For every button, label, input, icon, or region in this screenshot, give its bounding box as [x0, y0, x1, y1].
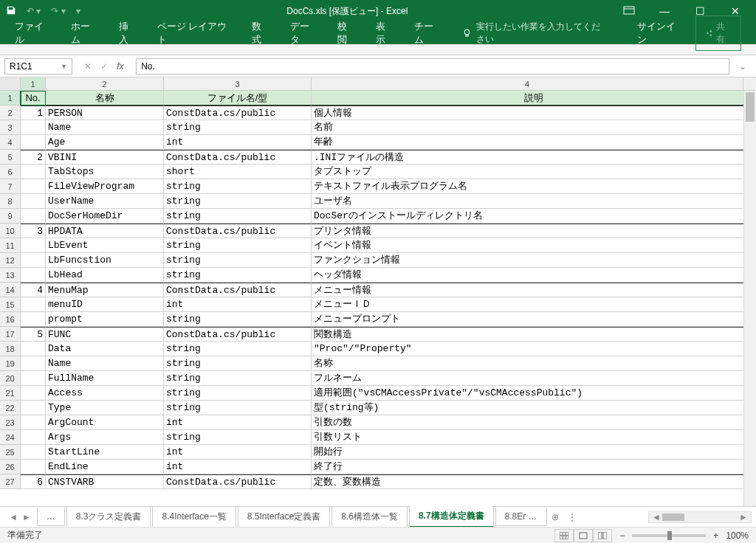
- cell[interactable]: string: [164, 209, 312, 224]
- cell[interactable]: Age: [46, 135, 164, 150]
- cell[interactable]: 4: [21, 283, 46, 297]
- ribbon-tab-data[interactable]: データ: [281, 15, 326, 51]
- row-header[interactable]: 12: [0, 253, 21, 268]
- cell[interactable]: ConstData.cs/public: [164, 224, 312, 238]
- cell[interactable]: [21, 253, 46, 268]
- cell[interactable]: Name: [46, 356, 164, 371]
- sheet-tab[interactable]: 8.5Interface定義書: [238, 507, 330, 528]
- cell[interactable]: [21, 371, 46, 386]
- vertical-scrollbar[interactable]: [743, 91, 756, 506]
- cancel-formula-icon[interactable]: ✕: [84, 61, 92, 72]
- cell[interactable]: Data: [46, 342, 164, 356]
- cell[interactable]: FileViewProgram: [46, 179, 164, 194]
- share-button[interactable]: 共有: [695, 15, 741, 51]
- row-header[interactable]: 20: [0, 371, 21, 386]
- enter-formula-icon[interactable]: ✓: [100, 61, 108, 72]
- formula-input[interactable]: No.: [136, 58, 729, 75]
- cell[interactable]: DocSerのインストールディレクトリ名: [312, 209, 756, 224]
- cell[interactable]: ArgCount: [46, 415, 164, 430]
- zoom-knob[interactable]: [667, 531, 672, 540]
- formula-bar-expand-icon[interactable]: ⌄: [734, 61, 752, 72]
- cell[interactable]: フルネーム: [312, 371, 756, 386]
- cell[interactable]: VBINI: [46, 150, 164, 165]
- cell[interactable]: EndLine: [46, 460, 164, 474]
- cell[interactable]: string: [164, 386, 312, 401]
- scroll-left-icon[interactable]: ◄: [652, 512, 661, 522]
- row-header[interactable]: 11: [0, 238, 21, 253]
- sheet-tab[interactable]: 8.3クラス定義書: [66, 507, 151, 528]
- cell[interactable]: [21, 356, 46, 371]
- zoom-out-icon[interactable]: −: [619, 530, 625, 541]
- cell[interactable]: Access: [46, 386, 164, 401]
- cell[interactable]: Name: [46, 120, 164, 135]
- row-header[interactable]: 13: [0, 268, 21, 283]
- cell[interactable]: TabStops: [46, 165, 164, 179]
- normal-view-icon[interactable]: [554, 529, 574, 542]
- ribbon-tab-team[interactable]: チーム: [405, 15, 450, 51]
- zoom-slider[interactable]: [632, 534, 706, 537]
- cell[interactable]: [21, 445, 46, 460]
- cell[interactable]: ファンクション情報: [312, 253, 756, 268]
- row-header[interactable]: 27: [0, 474, 21, 489]
- scrollbar-thumb[interactable]: [746, 92, 755, 122]
- col-header[interactable]: 4: [312, 77, 743, 90]
- cell[interactable]: prompt: [46, 312, 164, 327]
- row-header[interactable]: 25: [0, 445, 21, 460]
- sheet-tab[interactable]: 8.4Interface一覧: [152, 507, 236, 528]
- row-header[interactable]: 22: [0, 401, 21, 415]
- cell[interactable]: [21, 297, 46, 312]
- cell[interactable]: メニュー情報: [312, 283, 756, 297]
- cell[interactable]: int: [164, 445, 312, 460]
- row-header[interactable]: 9: [0, 209, 21, 224]
- header-cell-desc[interactable]: 説明: [312, 91, 756, 106]
- col-header[interactable]: 2: [46, 77, 164, 90]
- cell[interactable]: [21, 135, 46, 150]
- undo-icon[interactable]: ↶ ▾: [27, 6, 41, 16]
- scrollbar-thumb[interactable]: [662, 513, 684, 521]
- cell[interactable]: string: [164, 356, 312, 371]
- row-header[interactable]: 17: [0, 327, 21, 342]
- cell[interactable]: string: [164, 401, 312, 415]
- cell[interactable]: [21, 430, 46, 445]
- cell[interactable]: CNSTVARB: [46, 474, 164, 489]
- ribbon-tab-pagelayout[interactable]: ページ レイアウト: [148, 15, 240, 51]
- row-header[interactable]: 26: [0, 460, 21, 474]
- cell[interactable]: .INIファイルの構造: [312, 150, 756, 165]
- row-header[interactable]: 5: [0, 150, 21, 165]
- cell[interactable]: "Proc"/"Property": [312, 342, 756, 356]
- cell[interactable]: [21, 460, 46, 474]
- cell[interactable]: 6: [21, 474, 46, 489]
- cell[interactable]: string: [164, 312, 312, 327]
- tell-me-search[interactable]: 実行したい作業を入力してください: [453, 16, 616, 50]
- cell[interactable]: Type: [46, 401, 164, 415]
- row-header[interactable]: 21: [0, 386, 21, 401]
- row-header[interactable]: 18: [0, 342, 21, 356]
- row-header[interactable]: 14: [0, 283, 21, 297]
- ribbon-tab-review[interactable]: 校閲: [329, 15, 364, 51]
- cell[interactable]: LbHead: [46, 268, 164, 283]
- row-header[interactable]: 6: [0, 165, 21, 179]
- header-cell-type[interactable]: ファイル名/型: [164, 91, 312, 106]
- cell[interactable]: int: [164, 135, 312, 150]
- cell[interactable]: int: [164, 415, 312, 430]
- fx-icon[interactable]: fx: [117, 60, 124, 72]
- cell[interactable]: 名称: [312, 356, 756, 371]
- cell[interactable]: [21, 238, 46, 253]
- header-cell-no[interactable]: No.: [21, 91, 46, 106]
- cell[interactable]: int: [164, 460, 312, 474]
- cell[interactable]: string: [164, 430, 312, 445]
- cell[interactable]: string: [164, 120, 312, 135]
- cell[interactable]: タブストップ: [312, 165, 756, 179]
- cell[interactable]: string: [164, 179, 312, 194]
- cell[interactable]: テキストファイル表示プログラム名: [312, 179, 756, 194]
- cell[interactable]: DocSerHomeDir: [46, 209, 164, 224]
- zoom-level[interactable]: 100%: [726, 530, 749, 541]
- ribbon-tab-formulas[interactable]: 数式: [243, 15, 278, 51]
- row-header[interactable]: 19: [0, 356, 21, 371]
- row-header[interactable]: 7: [0, 179, 21, 194]
- cell[interactable]: プリンタ情報: [312, 224, 756, 238]
- sheet-tab[interactable]: 8.7構造体定義書: [409, 506, 494, 528]
- cell[interactable]: イベント情報: [312, 238, 756, 253]
- signin-link[interactable]: サインイン: [628, 15, 689, 51]
- row-header[interactable]: 8: [0, 194, 21, 209]
